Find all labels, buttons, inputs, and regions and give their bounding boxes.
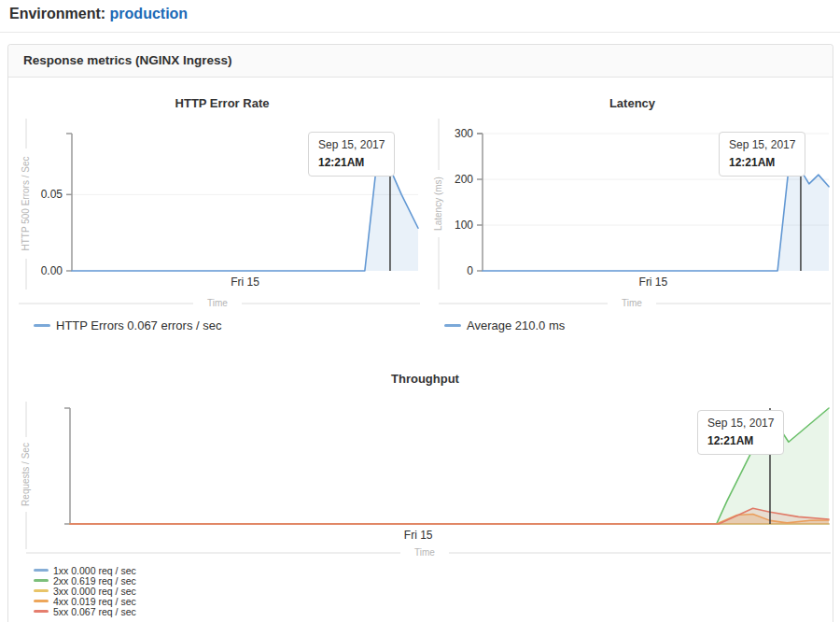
legend-label: HTTP Errors 0.067 errors / sec [56,318,221,332]
svg-text:Time: Time [622,298,642,308]
latency-chart-title: Latency [431,96,833,110]
legend-swatch-icon [34,579,49,582]
page-title: Environment: production [9,6,188,22]
tooltip-date: Sep 15, 2017 [318,138,385,151]
throughput-chart-title: Throughput [17,372,833,386]
tooltip-date: Sep 15, 2017 [707,417,774,430]
legend-item: 1xx 0.000 req / sec [34,565,136,575]
svg-text:0.05: 0.05 [41,188,63,201]
legend-item: Average 210.0 ms [444,318,565,332]
tooltip-time: 12:21AM [729,156,795,169]
latency-tooltip: Sep 15, 2017 12:21AM [719,132,805,177]
svg-text:Latency (ms): Latency (ms) [433,177,443,231]
error-rate-chart-title: HTTP Error Rate [17,96,427,110]
legend-item: 4xx 0.019 req / sec [34,596,136,606]
legend-label: Average 210.0 ms [467,318,565,332]
legend-swatch-icon [34,569,49,572]
svg-text:Fri 15: Fri 15 [231,276,259,289]
legend-label: 5xx 0.067 req / sec [53,606,136,617]
throughput-chart: Requests / SecFri 15Time Sep 15, 2017 12… [17,400,833,558]
svg-text:Fri 15: Fri 15 [404,529,433,542]
svg-text:Time: Time [207,298,228,308]
throughput-legend: 1xx 0.000 req / sec2xx 0.619 req / sec3x… [34,565,136,616]
error-rate-legend: HTTP Errors 0.067 errors / sec [34,318,221,332]
environment-label: Environment: [9,6,105,21]
divider [0,32,840,33]
svg-text:200: 200 [455,173,473,186]
tooltip-time: 12:21AM [318,156,385,169]
svg-text:0: 0 [467,264,473,277]
svg-text:Time: Time [414,547,435,558]
monitoring-dashboard: Environment: production Response metrics… [0,0,840,622]
panel-title: Response metrics (NGINX Ingress) [8,45,833,78]
tooltip-date: Sep 15, 2017 [729,138,795,151]
legend-swatch-icon [34,610,49,613]
svg-text:300: 300 [455,127,473,140]
throughput-tooltip: Sep 15, 2017 12:21AM [697,410,784,455]
svg-text:100: 100 [455,219,473,232]
svg-text:HTTP 500 Errors / Sec: HTTP 500 Errors / Sec [21,157,31,251]
svg-text:Fri 15: Fri 15 [639,276,668,289]
tooltip-time: 12:21AM [707,434,774,447]
svg-text:0.00: 0.00 [41,264,63,277]
error-rate-chart: HTTP 500 Errors / Sec0.000.05Fri 15Time … [17,112,427,322]
environment-link[interactable]: production [110,6,189,21]
error-rate-tooltip: Sep 15, 2017 12:21AM [308,132,395,177]
legend-swatch-icon [34,589,49,592]
legend-swatch-icon [34,600,49,602]
legend-item: 3xx 0.000 req / sec [34,586,136,596]
legend-swatch-icon [444,324,461,327]
svg-text:Requests / Sec: Requests / Sec [21,443,31,506]
latency-chart: Latency (ms)0100200300Fri 15Time Sep 15,… [431,112,833,322]
legend-swatch-icon [34,324,50,327]
latency-legend: Average 210.0 ms [444,318,565,332]
legend-item: 5xx 0.067 req / sec [34,606,136,616]
legend-item: HTTP Errors 0.067 errors / sec [34,318,221,332]
legend-item: 2xx 0.619 req / sec [34,575,136,586]
